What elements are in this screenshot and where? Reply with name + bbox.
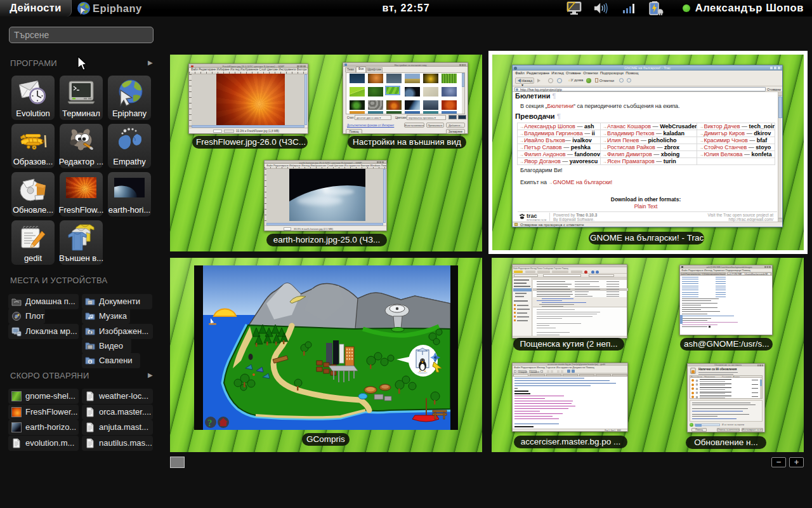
svg-text:?: ?	[207, 418, 213, 428]
